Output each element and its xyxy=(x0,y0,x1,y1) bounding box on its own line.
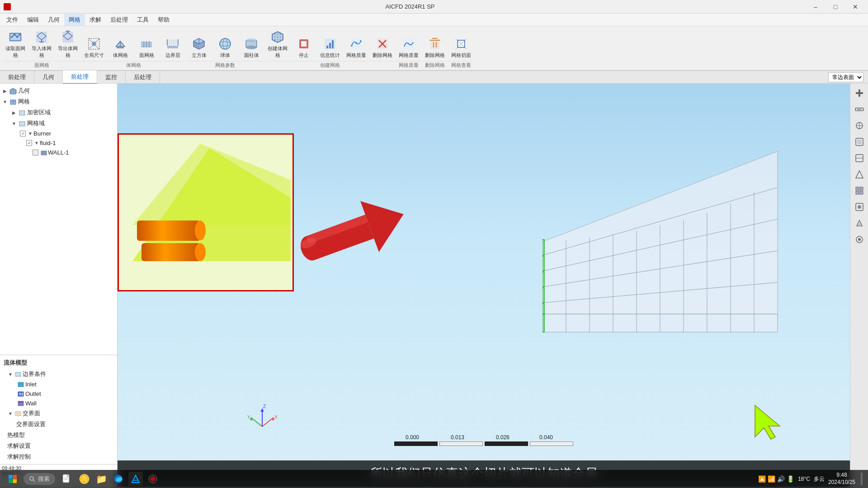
rp-btn-2[interactable] xyxy=(852,102,867,117)
minimize-button[interactable]: – xyxy=(807,0,825,13)
tree-burner[interactable]: ▼ Burner xyxy=(0,129,117,138)
tree-outlet[interactable]: Outlet xyxy=(0,389,117,399)
rp-btn-5[interactable] xyxy=(852,150,867,166)
svg-rect-53 xyxy=(18,401,24,403)
sidebar-tree: ▶ 几何 ▼ 网格 ▶ 加密区域 ▼ 网格域 xyxy=(0,84,117,355)
tab-geometry[interactable]: 几何 xyxy=(34,71,63,84)
toolbar-group-mesh-view-label: 网格查看 xyxy=(448,61,474,69)
tab-preprocess2[interactable]: 前处理 xyxy=(63,70,97,84)
rp-btn-1[interactable] xyxy=(852,85,867,101)
tree-thermal-model[interactable]: 热模型 xyxy=(0,430,117,441)
tb-create-volume-mesh[interactable]: 创建体网格 xyxy=(265,28,290,60)
show-desktop-button[interactable] xyxy=(861,473,863,485)
interface-label: 交界面 xyxy=(23,409,40,418)
tree-solve-settings[interactable]: 求解设置 xyxy=(0,441,117,451)
tb-import-volume-mesh[interactable]: 导入体网格 xyxy=(29,28,54,60)
sound-icon: 🔊 xyxy=(777,475,785,483)
menu-mesh[interactable]: 网格 xyxy=(64,14,85,26)
menu-tools[interactable]: 工具 xyxy=(132,14,153,26)
tb-global-size[interactable]: 全局尺寸 xyxy=(81,35,107,60)
rp-btn-4[interactable] xyxy=(852,134,867,150)
tb-info-stats[interactable]: 信息统计 xyxy=(317,35,343,60)
tb-delete-mesh2[interactable]: 删除网格 xyxy=(422,35,448,60)
taskbar-icon-folder[interactable]: 📁 xyxy=(94,472,108,486)
thumbnail-inner xyxy=(119,135,292,290)
rp-btn-10[interactable] xyxy=(852,232,867,247)
rp-btn-7[interactable] xyxy=(852,183,867,198)
svg-point-34 xyxy=(351,45,353,47)
svg-rect-89 xyxy=(542,288,544,303)
rp-btn-8[interactable] xyxy=(852,199,867,215)
svg-rect-46 xyxy=(41,151,47,155)
network-icon: 🔼 xyxy=(758,475,766,483)
tb-mesh-quality[interactable]: 网格质量 xyxy=(344,35,369,60)
tab-monitor[interactable]: 监控 xyxy=(97,71,126,84)
wall1-checkbox[interactable] xyxy=(33,150,38,155)
wall1-label: WALL-1 xyxy=(48,149,69,156)
tb-export-volume-mesh[interactable]: 导出体网格 xyxy=(55,28,80,60)
tb-delete-mesh[interactable]: 删除网格 xyxy=(370,35,395,60)
taskbar-icon-file[interactable] xyxy=(60,472,74,486)
rp-btn-6[interactable] xyxy=(852,167,867,182)
tb-stop[interactable]: 停止 xyxy=(291,35,316,60)
scale-seg-3 xyxy=(485,441,528,446)
tree-solve-control[interactable]: 求解控制 xyxy=(0,451,117,462)
viewport[interactable]: /* mesh drawn below in JS */ xyxy=(118,84,850,487)
rp-btn-9[interactable] xyxy=(852,216,867,231)
toolbar-group-surface-mesh: 读取面网格 导入体网格 导出体网格 面网格 xyxy=(3,28,80,69)
clock[interactable]: 9:48 2024/10/25 xyxy=(828,472,855,486)
tree-inlet[interactable]: Inlet xyxy=(0,380,117,389)
svg-point-35 xyxy=(355,42,357,44)
taskbar-icon-coins[interactable]: 🪙 xyxy=(77,472,91,486)
geometry-icon xyxy=(9,87,17,94)
menu-solve[interactable]: 求解 xyxy=(85,14,106,26)
taskbar-search-label: 搜索 xyxy=(38,475,50,483)
fluid1-checkbox[interactable] xyxy=(26,140,32,146)
tb-read-surface-mesh[interactable]: 读取面网格 xyxy=(3,28,28,60)
tb-cylinder[interactable]: 圆柱体 xyxy=(239,35,264,60)
tree-geometry[interactable]: ▶ 几何 xyxy=(0,85,117,96)
view-select[interactable]: 常边表面 全部显示 隐藏边界 xyxy=(828,72,863,82)
taskbar-search[interactable]: 搜索 xyxy=(24,473,55,485)
burner-checkbox[interactable] xyxy=(20,131,26,136)
start-button[interactable] xyxy=(5,472,20,486)
tree-interface-settings[interactable]: 交界面设置 xyxy=(0,419,117,430)
tb-volume-mesh[interactable]: 体网格 xyxy=(108,35,133,60)
tb-cube[interactable]: 立方体 xyxy=(186,35,212,60)
tb-mesh-quality2[interactable]: 网格质量 xyxy=(396,35,421,60)
menu-edit[interactable]: 编辑 xyxy=(23,14,43,26)
menu-postprocess[interactable]: 后处理 xyxy=(106,14,132,26)
tree-refinement[interactable]: ▶ 加密区域 xyxy=(0,107,117,118)
close-button[interactable]: ✕ xyxy=(846,0,864,13)
search-icon xyxy=(29,476,35,482)
wall-label: Wall xyxy=(25,400,37,407)
tree-boundary-conditions[interactable]: ▼ 边界条件 xyxy=(0,369,117,380)
rp-btn-3[interactable] xyxy=(852,118,867,133)
tree-wall1[interactable]: WALL-1 xyxy=(0,148,117,157)
menu-file[interactable]: 文件 xyxy=(2,14,23,26)
maximize-button[interactable]: □ xyxy=(826,0,844,13)
tree-mesh[interactable]: ▼ 网格 xyxy=(0,96,117,107)
taskbar-icon-record[interactable] xyxy=(146,472,160,486)
tree-wall[interactable]: Wall xyxy=(0,399,117,408)
app-icon xyxy=(4,3,11,10)
bc-icon xyxy=(15,371,21,377)
tab-preprocess1[interactable]: 前处理 xyxy=(0,71,34,84)
tb-boundary-layer[interactable]: 边界层 xyxy=(160,35,185,60)
taskbar-icon-aicfd[interactable] xyxy=(128,472,143,486)
tree-mesh-domain[interactable]: ▼ 网格域 xyxy=(0,118,117,129)
tree-fluid1[interactable]: ▼ fluid-1 xyxy=(0,138,117,148)
menu-geometry[interactable]: 几何 xyxy=(43,14,64,26)
tb-surface-mesh[interactable]: 面网格 xyxy=(134,35,159,60)
tb-mesh-slice[interactable]: 网格切面 xyxy=(448,35,474,60)
svg-rect-111 xyxy=(860,187,863,190)
svg-text:Z: Z xyxy=(263,404,266,409)
taskbar-icon-edge[interactable] xyxy=(111,472,126,486)
svg-point-129 xyxy=(151,477,155,481)
tree-interface[interactable]: ▼ 交界面 xyxy=(0,408,117,419)
svg-point-60 xyxy=(195,243,206,261)
tab-postprocess[interactable]: 后处理 xyxy=(126,71,160,84)
menu-help[interactable]: 帮助 xyxy=(153,14,174,26)
tb-sphere[interactable]: 球体 xyxy=(212,35,238,60)
weather-text: 多云 xyxy=(814,475,825,483)
